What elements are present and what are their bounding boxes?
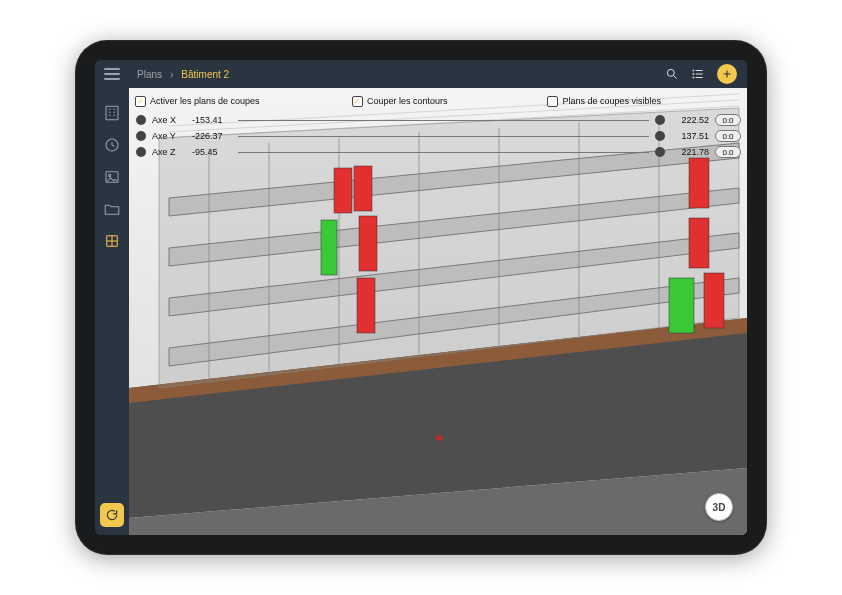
svg-point-5: [667, 69, 674, 76]
toggle-enable-section-planes[interactable]: Activer les plans de coupes: [135, 96, 260, 107]
toggle-label: Couper les contours: [367, 96, 448, 106]
svg-rect-24: [334, 168, 352, 213]
slider-knob-right[interactable]: [655, 115, 665, 125]
view-3d-button[interactable]: 3D: [705, 493, 733, 521]
toggle-label: Activer les plans de coupes: [150, 96, 260, 106]
axis-min-value: -95.45: [192, 147, 232, 157]
3d-viewport[interactable]: Activer les plans de coupes Couper les c…: [129, 88, 747, 535]
svg-point-3: [109, 174, 111, 176]
svg-rect-30: [689, 218, 709, 268]
svg-point-36: [436, 435, 442, 441]
add-button[interactable]: [717, 64, 737, 84]
checkbox-icon: [352, 96, 363, 107]
checkbox-icon: [135, 96, 146, 107]
slider-track[interactable]: [238, 120, 649, 121]
tablet-frame: Plans › Bâtiment 2: [75, 40, 767, 555]
image-icon[interactable]: [103, 168, 121, 186]
top-bar: Plans › Bâtiment 2: [129, 60, 747, 88]
svg-rect-0: [106, 106, 118, 120]
axis-min-value: -153.41: [192, 115, 232, 125]
list-button[interactable]: [689, 65, 707, 83]
axis-x-slider[interactable]: Axe X -153.41 222.52 0.0: [135, 112, 741, 128]
axis-label: Axe Y: [152, 131, 186, 141]
axis-offset-pill[interactable]: 0.0: [715, 114, 741, 126]
breadcrumb: Plans › Bâtiment 2: [137, 69, 229, 80]
svg-rect-28: [357, 278, 375, 333]
slider-track[interactable]: [238, 152, 649, 153]
chevron-right-icon: ›: [170, 69, 173, 80]
slider-knob-left[interactable]: [136, 131, 146, 141]
axis-label: Axe X: [152, 115, 186, 125]
slider-knob-right[interactable]: [655, 131, 665, 141]
axis-max-value: 221.78: [671, 147, 709, 157]
toggle-planes-visible[interactable]: Plans de coupes visibles: [547, 96, 661, 107]
svg-rect-25: [354, 166, 372, 211]
svg-rect-29: [689, 158, 709, 208]
slider-knob-right[interactable]: [655, 147, 665, 157]
breadcrumb-root[interactable]: Plans: [137, 69, 162, 80]
axis-min-value: -226.37: [192, 131, 232, 141]
svg-point-8: [693, 77, 694, 78]
axis-label: Axe Z: [152, 147, 186, 157]
refresh-button[interactable]: [100, 503, 124, 527]
axis-max-value: 137.51: [671, 131, 709, 141]
folder-icon[interactable]: [103, 200, 121, 218]
left-rail: [95, 60, 129, 535]
svg-rect-27: [359, 216, 377, 271]
building-icon[interactable]: [103, 104, 121, 122]
section-plane-icon[interactable]: [103, 232, 121, 250]
slider-track[interactable]: [238, 136, 649, 137]
svg-point-7: [693, 73, 694, 74]
fab-label: 3D: [713, 502, 726, 513]
axis-z-slider[interactable]: Axe Z -95.45 221.78 0.0: [135, 144, 741, 160]
menu-icon[interactable]: [104, 68, 120, 80]
search-button[interactable]: [663, 65, 681, 83]
svg-rect-32: [704, 273, 724, 328]
svg-rect-31: [669, 278, 694, 333]
checkbox-icon: [547, 96, 558, 107]
section-planes-panel: Activer les plans de coupes Couper les c…: [135, 92, 741, 160]
axis-offset-pill[interactable]: 0.0: [715, 130, 741, 142]
app-screen: Plans › Bâtiment 2: [95, 60, 747, 535]
toggle-cut-contours[interactable]: Couper les contours: [352, 96, 448, 107]
toggle-label: Plans de coupes visibles: [562, 96, 661, 106]
svg-point-6: [693, 70, 694, 71]
slider-knob-left[interactable]: [136, 147, 146, 157]
slider-knob-left[interactable]: [136, 115, 146, 125]
svg-rect-26: [321, 220, 337, 275]
clock-icon[interactable]: [103, 136, 121, 154]
axis-offset-pill[interactable]: 0.0: [715, 146, 741, 158]
axis-y-slider[interactable]: Axe Y -226.37 137.51 0.0: [135, 128, 741, 144]
breadcrumb-current: Bâtiment 2: [181, 69, 229, 80]
axis-max-value: 222.52: [671, 115, 709, 125]
